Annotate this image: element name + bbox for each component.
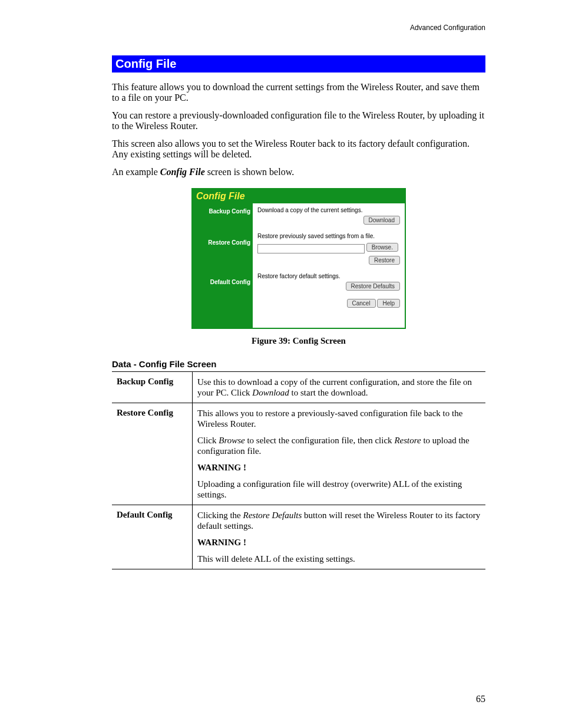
backup-description: Download a copy of the current settings. — [257, 207, 400, 213]
help-button[interactable]: Help — [377, 299, 400, 308]
text: This allows you to restore a previously-… — [197, 408, 481, 429]
paragraph: This feature allows you to download the … — [112, 82, 485, 103]
restore-description: Restore previously saved settings from a… — [257, 233, 400, 239]
text: to start the download. — [289, 388, 368, 397]
download-button[interactable]: Download — [363, 216, 400, 225]
restore-defaults-button[interactable]: Restore Defaults — [346, 282, 400, 291]
browse-button[interactable]: Browse. — [366, 243, 398, 252]
cancel-button[interactable]: Cancel — [347, 299, 376, 308]
paragraph: An example Config File screen is shown b… — [112, 167, 485, 177]
restore-button[interactable]: Restore — [369, 256, 400, 265]
sidebar-label-backup: Backup Config — [195, 208, 250, 215]
config-file-data-table: Backup Config Use this to download a cop… — [112, 371, 485, 569]
breadcrumb: Advanced Configuration — [112, 24, 485, 32]
text: Click — [197, 436, 219, 445]
sidebar-label-restore: Restore Config — [195, 239, 250, 246]
emphasis-text: Download — [252, 388, 289, 397]
table-row: Backup Config Use this to download a cop… — [112, 372, 485, 403]
row-value: This allows you to restore a previously-… — [193, 403, 486, 505]
page-number: 65 — [476, 694, 485, 704]
warning-label: WARNING ! — [197, 463, 246, 472]
row-value: Use this to download a copy of the curre… — [193, 372, 486, 403]
text: Uploading a configuration file will dest… — [197, 479, 481, 500]
data-subheading: Data - Config File Screen — [112, 359, 485, 369]
screenshot-title: Config File — [193, 189, 405, 203]
section-title: Config File — [112, 55, 485, 73]
emphasis-text: Browse — [219, 436, 244, 445]
text: Clicking the — [197, 510, 243, 520]
row-key: Default Config — [112, 505, 193, 569]
text: This will delete ALL of the existing set… — [197, 554, 481, 564]
table-row: Default Config Clicking the Restore Defa… — [112, 505, 485, 569]
row-key: Restore Config — [112, 403, 193, 505]
table-row: Restore Config This allows you to restor… — [112, 403, 485, 505]
row-value: Clicking the Restore Defaults button wil… — [193, 505, 486, 569]
sidebar-label-default: Default Config — [195, 279, 250, 285]
paragraph: You can restore a previously-downloaded … — [112, 110, 485, 131]
config-file-screenshot: Config File Backup Config Restore Config… — [191, 188, 406, 329]
default-description: Restore factory default settings. — [257, 273, 400, 279]
emphasis-text: Config File — [160, 167, 205, 177]
emphasis-text: Restore — [394, 436, 421, 445]
figure-caption: Figure 39: Config Screen — [112, 336, 485, 346]
paragraph: This screen also allows you to set the W… — [112, 139, 485, 160]
text: screen is shown below. — [205, 167, 294, 177]
text: to select the configuration file, then c… — [245, 436, 395, 445]
file-path-input[interactable] — [257, 244, 365, 253]
warning-label: WARNING ! — [197, 538, 246, 547]
text: An example — [112, 167, 160, 177]
emphasis-text: Restore Defaults — [243, 510, 302, 520]
row-key: Backup Config — [112, 372, 193, 403]
